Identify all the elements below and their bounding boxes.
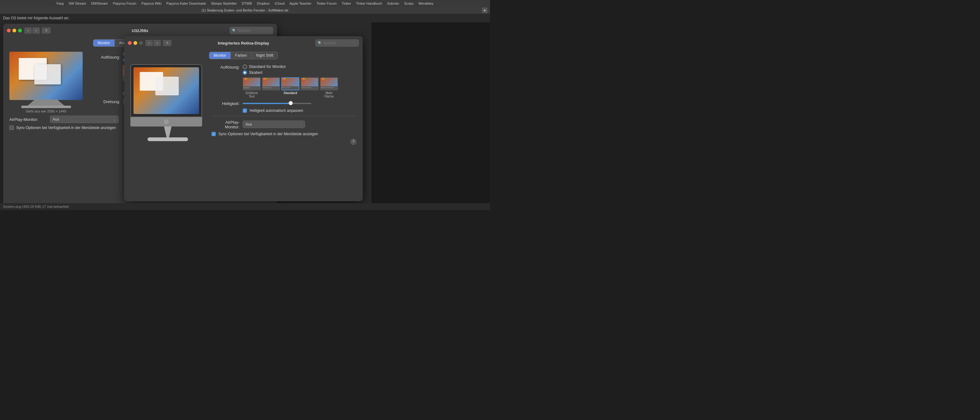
window2-nav-buttons: ‹ › ⠿	[145, 40, 172, 46]
window2-forward-button[interactable]: ›	[153, 40, 161, 46]
window1-forward-button[interactable]: ›	[32, 27, 40, 34]
window2-thumb-text-5: Here's to the ones	[321, 86, 337, 89]
w2-dot-r3	[282, 78, 283, 79]
menubar-item-tinker-forum[interactable]: Tinker Forum	[316, 2, 337, 5]
window2-helligkeit-thumb[interactable]	[288, 101, 293, 105]
menubar-item-tinker-hb[interactable]: Tinker Handbuch	[356, 2, 382, 5]
window2-thumb-label-1: GrößererText	[245, 91, 258, 98]
window2-thumb-text-1: Here's	[243, 86, 260, 89]
new-tab-button[interactable]: +	[482, 8, 487, 13]
window2-thumb-dots-2	[263, 78, 267, 79]
window2-grid-button[interactable]: ⠿	[163, 40, 172, 46]
window2-radio-skaliert-circle[interactable]	[243, 70, 247, 75]
menubar-item-subreto[interactable]: Subreto	[387, 2, 399, 5]
window2-radio-standard-label: Standard für Monitor	[249, 64, 286, 69]
menubar-item-dwstream[interactable]: DWStream	[91, 2, 108, 5]
w2-dot-r5	[321, 78, 322, 79]
window2-thumbnails: Here's GrößererText	[243, 77, 356, 98]
window1-monitor-base	[21, 106, 71, 108]
window2-resolution-row: Auflösung: Standard für Monitor Skaliert	[212, 64, 356, 75]
window1-resolution-label: Auflösung:	[89, 55, 120, 60]
window2-search-input[interactable]	[323, 41, 356, 45]
window1-screen	[10, 52, 83, 100]
window1-back-button[interactable]: ‹	[24, 27, 32, 34]
window2-thumb-3[interactable]: Here's to th Standard	[282, 77, 299, 98]
menubar-item-papyrus-forum[interactable]: Papyrus Forum	[113, 2, 136, 5]
window2-thumb-img-3: Here's to th	[282, 77, 299, 90]
info-text: Das OS bietet mir folgende Auswahl an:	[3, 16, 69, 20]
window1-traffic-lights	[7, 29, 22, 32]
window1-screen-window2	[34, 64, 61, 84]
menubar-item-tinker[interactable]: Tinker	[342, 2, 351, 5]
menubar-item-dtwb[interactable]: DTWB	[242, 2, 252, 5]
menubar-item-swstream[interactable]: SW Stream	[68, 2, 86, 5]
window2-settings: Auflösung: Standard für Monitor Skaliert	[212, 64, 356, 145]
window2-thumb-5[interactable]: Here's to the ones MehrFläche	[320, 77, 338, 98]
window2-thumb-dots-3	[282, 78, 286, 79]
menubar-item-mendeley[interactable]: Mendeley	[418, 2, 434, 5]
window1-zoom-button[interactable]	[18, 29, 22, 32]
w2-dot-y5	[323, 78, 324, 79]
window1-minimize-button[interactable]	[13, 29, 16, 32]
window2-auto-hell-row: ✓ Helligkeit automatisch anpassen	[243, 108, 356, 113]
window2-tab-farben[interactable]: Farben	[231, 52, 252, 59]
menubar-item-dropbox[interactable]: Dropbox	[257, 2, 270, 5]
window2-tab-nightshift[interactable]: Night Shift	[252, 52, 278, 59]
window1-search-input[interactable]	[238, 29, 271, 33]
window2-thumb-img-1: Here's	[243, 77, 261, 90]
window2-radio-skaliert[interactable]: Skaliert	[243, 70, 286, 75]
window2-close-button[interactable]	[128, 41, 132, 45]
window1-monitor-size-label: Sieht aus wie 2560 × 1440	[10, 109, 83, 113]
window2-thumb-text-3: Here's to th	[282, 86, 299, 89]
window2-airplay-label: AirPlay-Monitor:	[212, 119, 240, 129]
window2-thumb-dots-5	[321, 78, 325, 79]
window1-sync-checkbox[interactable]	[10, 125, 14, 130]
browser-tab-title: (1) Skalierung Duden- und Berlitz-Fenste…	[202, 8, 288, 12]
menubar-item-papyrus-wiki[interactable]: Papyrus Wiki	[141, 2, 161, 5]
window1-search-box[interactable]: 🔍	[229, 27, 273, 34]
status-bar: System.png (450.29 KiB) 17 mal betrachte…	[0, 203, 490, 210]
menubar-item-steepe[interactable]: Steepe Starletter	[211, 2, 237, 5]
window2-auto-hell-checkbox[interactable]: ✓	[243, 108, 247, 113]
window2-thumb-screen-4	[301, 78, 318, 86]
window2-tab-monitor[interactable]: Monitor	[209, 52, 231, 59]
window2-thumb-screen-3	[282, 78, 299, 86]
window1-title: U32J59x	[132, 29, 148, 33]
window1-close-button[interactable]	[7, 29, 11, 32]
menubar-item-apple-teacher[interactable]: Apple Teacher	[290, 2, 311, 5]
menubar-item-papyrus-kater[interactable]: Papyrus Kater Downloads	[166, 2, 206, 5]
window1-search-icon: 🔍	[232, 29, 236, 33]
window2-sync-label: Sync-Optionen bei Verfügbarkeit in der M…	[218, 132, 318, 136]
window2-airplay-row: AirPlay-Monitor: Aus ⌄	[212, 119, 356, 129]
w2-dot-y1	[245, 78, 247, 79]
window1-tab-monitor[interactable]: Monitor	[93, 40, 115, 46]
window2-traffic-lights	[128, 41, 143, 45]
window2-body: Auflösung: Standard für Monitor Skaliert	[124, 61, 363, 148]
menubar-item-farg[interactable]: Farg	[56, 2, 64, 5]
window1-airplay-dropdown[interactable]: Aus ⌄	[50, 116, 119, 123]
window2-radio-standard[interactable]: Standard für Monitor	[243, 64, 286, 69]
window2-back-button[interactable]: ‹	[145, 40, 153, 46]
window2-helligkeit-slider[interactable]	[243, 103, 311, 104]
window-retina: ‹ › ⠿ Integriertes Retina-Display 🔍 Moni…	[124, 36, 363, 201]
window2-thumb-4[interactable]: Here's to the c	[301, 77, 319, 98]
window2-title: Integriertes Retina-Display	[218, 41, 269, 46]
window1-monitor-stand	[10, 99, 83, 106]
window2-radio-standard-circle[interactable]	[243, 65, 247, 69]
w2-dot-y4	[303, 78, 304, 79]
window1-airplay-value: Aus	[53, 117, 59, 122]
window2-imac-stand-base	[148, 138, 188, 141]
menubar-item-icloud[interactable]: iCloud	[275, 2, 285, 5]
window2-search-box[interactable]: 🔍	[315, 39, 359, 47]
window2-thumb-label-3: Standard	[283, 91, 297, 95]
window2-zoom-button[interactable]	[139, 41, 143, 45]
window2-thumb-2[interactable]: Here's to t	[262, 77, 280, 98]
window2-sync-checkbox[interactable]: ✓	[212, 132, 216, 136]
window2-thumb-1[interactable]: Here's GrößererText	[243, 77, 261, 98]
window2-thumb-screen-1	[243, 78, 260, 86]
window1-grid-button[interactable]: ⠿	[42, 27, 51, 34]
window2-minimize-button[interactable]	[134, 41, 137, 45]
window2-help-button[interactable]: ?	[350, 139, 356, 145]
menubar-item-scrips[interactable]: Scrips	[404, 2, 414, 5]
window2-airplay-dropdown[interactable]: Aus ⌄	[243, 120, 305, 128]
